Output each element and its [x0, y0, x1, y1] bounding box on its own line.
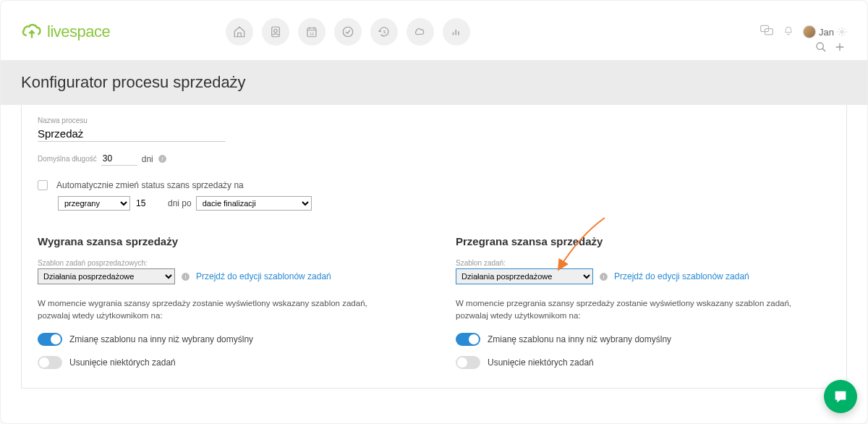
nav-calendar-icon[interactable]: 19: [298, 18, 326, 46]
lost-heading: Przegrana szansa sprzedaży: [456, 235, 830, 247]
search-icon[interactable]: [815, 41, 827, 56]
won-template-select[interactable]: Działania posprzedażowe: [38, 268, 175, 284]
nav-history-icon[interactable]: $: [370, 18, 398, 46]
auto-status-checkbox[interactable]: [38, 180, 48, 190]
nav-cloud-icon[interactable]: [407, 18, 434, 46]
config-card: Nazwa procesu Domyślna długość dni i Aut…: [21, 105, 847, 389]
lost-toggle2-label: Usunięcie niektórych zadań: [488, 357, 594, 368]
brand-logo[interactable]: livespace: [21, 22, 110, 41]
won-section: Wygrana szansa sprzedaży Szablon zadań p…: [38, 235, 412, 369]
won-toggle-remove-tasks[interactable]: [38, 356, 62, 369]
info-icon[interactable]: i: [158, 154, 167, 164]
default-length-label: Domyślna długość: [38, 155, 97, 163]
lost-toggle-change-template[interactable]: [456, 333, 480, 346]
nav-reports-icon[interactable]: [443, 18, 470, 46]
intercom-launcher[interactable]: [824, 380, 857, 413]
days-unit: dni: [142, 154, 153, 164]
won-toggle2-label: Usunięcie niektórych zadań: [69, 357, 176, 368]
avatar: [803, 25, 816, 38]
user-name: Jan: [819, 27, 834, 38]
info-icon[interactable]: i: [599, 272, 608, 281]
chat-icon[interactable]: [760, 24, 774, 40]
lost-template-label: Szablon zadań:: [456, 259, 830, 267]
svg-point-4: [343, 27, 353, 37]
lost-edit-link[interactable]: Przejdź do edycji szablonów zadań: [614, 271, 749, 281]
lost-toggle1-label: Zmianę szablonu na inny niż wybrany domy…: [488, 334, 671, 344]
svg-point-1: [274, 29, 278, 33]
nav-home-icon[interactable]: [226, 18, 253, 46]
status-select[interactable]: przegrany: [58, 196, 130, 211]
gear-icon: [837, 27, 847, 37]
won-edit-link[interactable]: Przejdź do edycji szablonów zadań: [196, 271, 331, 281]
nav-contacts-icon[interactable]: [262, 18, 289, 46]
svg-text:$: $: [383, 30, 386, 34]
won-toggle-change-template[interactable]: [38, 333, 62, 346]
lost-template-select[interactable]: Działania posprzedażowe: [456, 268, 593, 284]
lost-toggle-remove-tasks[interactable]: [456, 356, 480, 369]
svg-point-8: [841, 30, 843, 33]
after-days-input[interactable]: [135, 197, 163, 210]
lost-description: W momencie przegrania szansy sprzedaży z…: [456, 297, 817, 323]
won-description: W momencie wygrania szansy sprzedaży zos…: [38, 297, 399, 323]
add-icon[interactable]: [834, 41, 846, 56]
nav-check-icon[interactable]: [334, 18, 362, 46]
page-title: Konfigurator procesu sprzedaży: [1, 60, 867, 105]
process-name-input[interactable]: [38, 126, 226, 142]
main-nav: 19 $: [226, 18, 470, 46]
brand-name: livespace: [47, 22, 110, 41]
date-select[interactable]: dacie finalizacji: [196, 196, 312, 211]
bell-icon[interactable]: [783, 24, 794, 40]
process-name-label: Nazwa procesu: [38, 116, 830, 124]
lost-section: Przegrana szansa sprzedaży Szablon zadań…: [456, 235, 830, 369]
default-length-input[interactable]: [101, 152, 137, 166]
auto-status-label: Automatycznie zmień status szans sprzeda…: [56, 180, 244, 190]
won-heading: Wygrana szansa sprzedaży: [38, 235, 412, 247]
won-toggle1-label: Zmianę szablonu na inny niż wybrany domy…: [69, 334, 253, 344]
svg-text:19: 19: [310, 32, 314, 36]
svg-rect-0: [272, 27, 280, 37]
won-template-label: Szablon zadań posprzedażowych:: [38, 259, 412, 267]
info-icon[interactable]: i: [181, 272, 190, 281]
svg-point-9: [817, 43, 823, 49]
after-label: dni po: [168, 198, 192, 208]
user-menu[interactable]: Jan: [803, 25, 847, 38]
